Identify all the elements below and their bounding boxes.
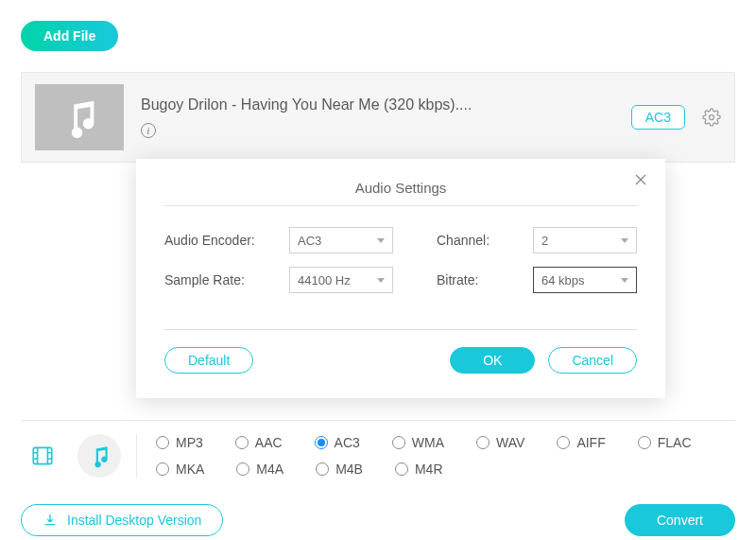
svg-point-0 — [710, 115, 714, 120]
chevron-down-icon — [377, 238, 385, 243]
chevron-down-icon — [621, 238, 628, 243]
format-label: M4B — [335, 462, 363, 477]
chevron-down-icon — [377, 278, 385, 283]
radio-dot — [395, 462, 408, 476]
svg-rect-1 — [33, 447, 52, 463]
chevron-down-icon — [621, 278, 628, 283]
audio-tab[interactable] — [77, 434, 121, 478]
channel-label: Channel: — [437, 233, 522, 248]
file-title: Bugoy Drilon - Having You Near Me (320 k… — [141, 96, 614, 113]
format-radio-aac[interactable]: AAC — [235, 435, 283, 450]
radio-dot — [235, 436, 249, 449]
format-label: M4A — [256, 462, 284, 477]
format-radio-m4a[interactable]: M4A — [236, 462, 284, 477]
info-icon[interactable]: i — [141, 123, 156, 138]
format-badge[interactable]: AC3 — [631, 105, 685, 130]
format-label: AAC — [255, 435, 283, 450]
bitrate-label: Bitrate: — [437, 272, 522, 287]
encoder-label: Audio Encoder: — [164, 233, 278, 248]
format-label: MP3 — [176, 435, 203, 450]
video-tab[interactable] — [21, 434, 64, 478]
gear-icon[interactable] — [702, 108, 721, 127]
format-label: AC3 — [335, 435, 360, 450]
audio-settings-modal: Audio Settings Audio Encoder: AC3 Channe… — [136, 159, 665, 398]
film-icon — [30, 444, 55, 468]
format-radio-wav[interactable]: WAV — [476, 435, 524, 450]
format-radio-ac3[interactable]: AC3 — [315, 435, 360, 450]
default-button[interactable]: Default — [164, 347, 253, 374]
music-note-icon — [58, 96, 101, 139]
radio-dot — [236, 462, 249, 476]
format-label: WMA — [412, 435, 444, 450]
file-row: Bugoy Drilon - Having You Near Me (320 k… — [21, 72, 735, 163]
cancel-button[interactable]: Cancel — [548, 347, 637, 374]
format-radio-mka[interactable]: MKA — [156, 462, 204, 477]
install-button[interactable]: Install Desktop Version — [21, 504, 223, 536]
format-strip: MP3AACAC3WMAWAVAIFFFLACMKAM4AM4BM4R — [21, 420, 735, 478]
format-label: M4R — [415, 462, 443, 477]
format-radio-m4b[interactable]: M4B — [316, 462, 363, 477]
radio-dot — [156, 462, 169, 476]
music-icon — [87, 444, 112, 468]
radio-dot — [315, 436, 328, 449]
file-thumbnail — [35, 84, 124, 150]
ok-button[interactable]: OK — [450, 347, 535, 374]
radio-dot — [557, 436, 570, 449]
samplerate-select[interactable]: 44100 Hz — [289, 267, 393, 293]
bitrate-select[interactable]: 64 kbps — [533, 267, 637, 293]
radio-dot — [476, 436, 490, 449]
format-radio-aiff[interactable]: AIFF — [557, 435, 605, 450]
close-icon[interactable] — [631, 170, 650, 193]
format-radio-mp3[interactable]: MP3 — [156, 435, 203, 450]
radio-dot — [638, 436, 651, 449]
encoder-select[interactable]: AC3 — [289, 227, 393, 253]
format-radio-m4r[interactable]: M4R — [395, 462, 443, 477]
radio-dot — [316, 462, 329, 476]
radio-dot — [392, 436, 405, 449]
modal-title: Audio Settings — [164, 180, 637, 196]
format-label: AIFF — [576, 435, 605, 450]
format-label: MKA — [176, 462, 204, 477]
format-radio-wma[interactable]: WMA — [392, 435, 444, 450]
download-icon — [43, 513, 58, 528]
format-label: WAV — [496, 435, 524, 450]
samplerate-label: Sample Rate: — [164, 272, 278, 287]
format-radio-flac[interactable]: FLAC — [638, 435, 692, 450]
format-label: FLAC — [658, 435, 692, 450]
channel-select[interactable]: 2 — [533, 227, 637, 253]
add-file-button[interactable]: Add File — [21, 21, 118, 51]
radio-dot — [156, 436, 169, 449]
convert-button[interactable]: Convert — [625, 504, 735, 536]
